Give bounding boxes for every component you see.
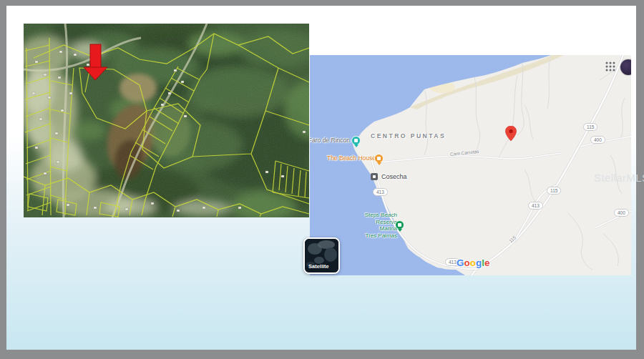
poi-label-beach-reserve: Steps Beach Reserva Marina Tres Palmas xyxy=(334,212,397,239)
red-map-marker[interactable] xyxy=(505,126,517,141)
google-logo-letter: G xyxy=(457,257,464,268)
route-badge: 400 xyxy=(590,136,605,144)
aerial-parcel-map xyxy=(24,24,309,217)
listing-photo-card: CENTRO PUNTAS El Faro de Rincon The Beac… xyxy=(0,0,644,359)
restaurant-poi-pin[interactable] xyxy=(374,154,384,165)
store-poi-icon[interactable] xyxy=(371,173,378,180)
aerial-map-graphic xyxy=(24,24,309,217)
google-road-map[interactable]: CENTRO PUNTAS El Faro de Rincon The Beac… xyxy=(310,55,631,275)
apps-grid-icon[interactable] xyxy=(604,60,617,73)
google-logo-letter: o xyxy=(470,257,476,268)
poi-label-lighthouse: El Faro de Rincon xyxy=(310,137,350,144)
poi-label-store: Cosecha xyxy=(381,173,407,180)
poi-label-restaurant: The Beach House xyxy=(323,154,376,162)
restaurant-icon xyxy=(377,157,381,160)
road-map-graphic xyxy=(310,55,631,275)
area-label-centro-puntas: CENTRO PUNTAS xyxy=(371,132,446,139)
stellar-mls-watermark: StellarMLS xyxy=(594,172,644,184)
route-badge: 413 xyxy=(528,202,543,210)
google-logo[interactable]: Google xyxy=(457,257,490,268)
satellite-toggle-button[interactable]: Satellite xyxy=(303,237,340,274)
route-badge: 413 xyxy=(373,188,388,196)
beach-reserve-line: Reserva xyxy=(334,219,397,226)
route-badge: 400 xyxy=(614,209,629,217)
beach-reserve-line: Tres Palmas xyxy=(334,232,397,240)
lighthouse-poi-pin[interactable] xyxy=(351,136,361,147)
google-logo-letter: o xyxy=(464,257,470,268)
beach-reserve-line: Marina xyxy=(334,225,397,232)
route-badge: 115 xyxy=(583,123,597,131)
tree-icon xyxy=(398,223,401,227)
account-avatar-icon[interactable] xyxy=(620,59,631,75)
beach-reserve-line: Steps Beach xyxy=(334,212,397,219)
park-poi-pin[interactable] xyxy=(395,220,404,232)
store-glyph-icon xyxy=(373,175,376,178)
satellite-toggle-label: Satellite xyxy=(308,263,329,270)
google-logo-letter: e xyxy=(484,257,490,268)
lighthouse-icon xyxy=(354,139,358,142)
route-badge: 115 xyxy=(547,187,561,195)
